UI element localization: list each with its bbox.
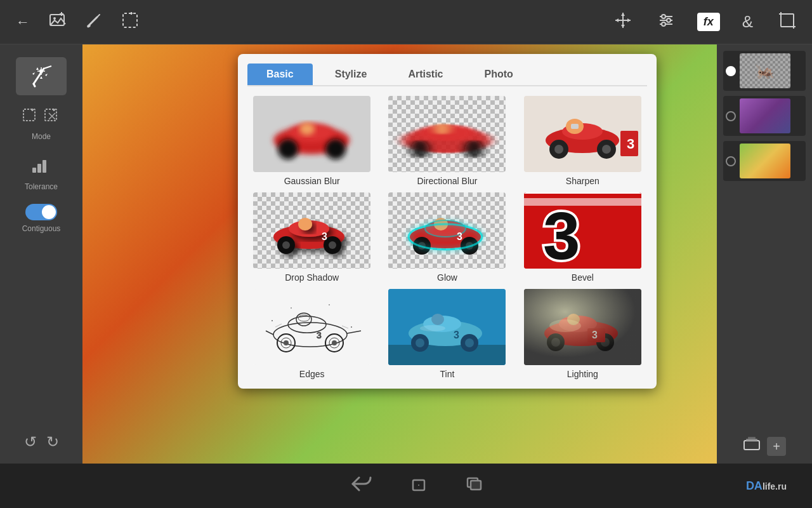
- svg-text:3: 3: [543, 199, 580, 269]
- toggle-switch[interactable]: [25, 204, 57, 220]
- tab-artistic[interactable]: Artistic: [389, 64, 462, 85]
- effect-gaussian-blur[interactable]: Gaussian Blur: [247, 96, 376, 186]
- effect-thumb-lighting: 3: [524, 289, 641, 365]
- tab-stylize[interactable]: Stylize: [316, 64, 386, 85]
- magic-wand-tool[interactable]: [16, 57, 67, 95]
- nav-back-button[interactable]: [351, 475, 372, 497]
- effect-glow[interactable]: 3 Glow: [383, 192, 511, 283]
- effects-tabs: Basic Stylize Artistic Photo: [247, 64, 647, 86]
- svg-rect-140: [524, 289, 641, 365]
- layer-radio-2[interactable]: [726, 111, 736, 121]
- svg-point-21: [662, 22, 665, 26]
- svg-point-56: [278, 139, 298, 159]
- layer-item-3[interactable]: [723, 141, 806, 181]
- tolerance-label: Tolerance: [25, 182, 58, 191]
- effect-edges[interactable]: 3 Edges: [247, 289, 376, 379]
- selection-add-icon[interactable]: [22, 108, 39, 128]
- selection-button[interactable]: [118, 8, 142, 36]
- tolerance-icon: [31, 154, 51, 178]
- svg-point-114: [351, 326, 352, 328]
- redo-button[interactable]: ↻: [46, 433, 59, 451]
- nav-home-button[interactable]: [410, 475, 428, 497]
- effect-tint[interactable]: 3 Tint: [383, 289, 511, 379]
- svg-rect-22: [781, 14, 794, 27]
- svg-point-57: [325, 139, 346, 159]
- svg-point-129: [420, 325, 445, 331]
- layer-thumb-3: [740, 144, 790, 178]
- svg-line-34: [34, 84, 35, 86]
- undo-button[interactable]: ↺: [24, 433, 37, 451]
- effect-thumb-gaussian-blur: [253, 96, 370, 172]
- crop-button[interactable]: [775, 8, 799, 36]
- svg-marker-12: [621, 13, 625, 16]
- svg-rect-70: [571, 124, 579, 129]
- svg-text:3: 3: [627, 136, 634, 152]
- back-button[interactable]: ←: [13, 11, 33, 34]
- effect-thumb-sharpen: 3: [524, 96, 641, 172]
- svg-point-81: [329, 241, 336, 249]
- mode-label: Mode: [32, 132, 51, 141]
- nav-recent-button[interactable]: [466, 475, 483, 497]
- tab-basic[interactable]: Basic: [247, 64, 313, 85]
- bottom-toolbar: DAlife.ru: [0, 464, 812, 508]
- brand-logo: DAlife.ru: [746, 479, 787, 493]
- effect-thumb-bevel: 3 3: [524, 192, 641, 269]
- toolbar-center: fx &: [611, 8, 799, 36]
- left-sidebar: Mode Tolerance Contiguous ↺ ↻: [0, 44, 82, 464]
- layers-panel-icon[interactable]: [743, 436, 761, 457]
- contiguous-toggle[interactable]: [25, 204, 57, 220]
- effect-sharpen[interactable]: 3 Sharpen: [518, 96, 647, 186]
- svg-point-73: [554, 145, 563, 154]
- top-toolbar: ←: [0, 0, 812, 44]
- svg-marker-14: [615, 18, 619, 22]
- svg-text:3: 3: [457, 231, 462, 242]
- fx-button[interactable]: fx: [697, 13, 720, 31]
- bottom-nav: [351, 475, 483, 497]
- effect-drop-shadow[interactable]: 3 Drop Shadow: [247, 192, 376, 283]
- svg-point-58: [299, 123, 315, 135]
- effect-thumb-tint: 3: [388, 289, 506, 365]
- effect-thumb-edges: 3: [253, 289, 370, 365]
- svg-text:3: 3: [454, 330, 459, 340]
- add-layer-button[interactable]: +: [767, 437, 786, 456]
- selection-remove-icon[interactable]: [44, 108, 60, 128]
- add-image-button[interactable]: [46, 8, 70, 36]
- effect-label-sharpen: Sharpen: [566, 176, 599, 186]
- effect-bevel[interactable]: 3 3 Bevel: [518, 192, 647, 283]
- svg-rect-45: [746, 439, 757, 441]
- effect-thumb-glow: 3: [388, 192, 506, 269]
- layer-radio-1[interactable]: [726, 66, 736, 76]
- right-sidebar: 🦗 +: [717, 44, 812, 464]
- tab-photo[interactable]: Photo: [466, 64, 532, 85]
- mode-icons: [22, 108, 60, 128]
- svg-rect-99: [253, 289, 370, 365]
- sliders-button[interactable]: [654, 8, 678, 36]
- layer-item-1[interactable]: 🦗: [723, 51, 806, 91]
- svg-line-5: [97, 15, 100, 17]
- svg-point-124: [416, 338, 424, 347]
- layer-radio-3[interactable]: [726, 156, 736, 166]
- svg-point-104: [284, 340, 289, 345]
- svg-rect-42: [37, 164, 41, 173]
- svg-point-113: [272, 320, 273, 321]
- svg-rect-41: [32, 168, 36, 173]
- effects-grid: Gaussian Blur Dir: [247, 96, 647, 379]
- svg-point-115: [291, 307, 292, 309]
- svg-point-1: [53, 17, 56, 20]
- svg-rect-50: [471, 481, 481, 490]
- svg-point-141: [549, 319, 581, 332]
- svg-point-48: [418, 485, 419, 486]
- layer-item-2[interactable]: [723, 96, 806, 136]
- undo-redo-area: ↺ ↻: [24, 433, 59, 451]
- layers-button[interactable]: &: [739, 9, 756, 35]
- effect-label-gaussian-blur: Gaussian Blur: [284, 176, 340, 186]
- svg-point-62: [465, 140, 483, 158]
- effect-lighting[interactable]: 3 Lighting: [518, 289, 647, 379]
- brush-button[interactable]: [82, 9, 105, 36]
- layer-thumb-2: [740, 98, 790, 133]
- svg-rect-44: [744, 441, 759, 450]
- move-tool-button[interactable]: [611, 8, 635, 36]
- effect-directional-blur[interactable]: Directional Blur: [383, 96, 511, 186]
- svg-point-127: [431, 314, 444, 325]
- svg-point-79: [298, 218, 312, 231]
